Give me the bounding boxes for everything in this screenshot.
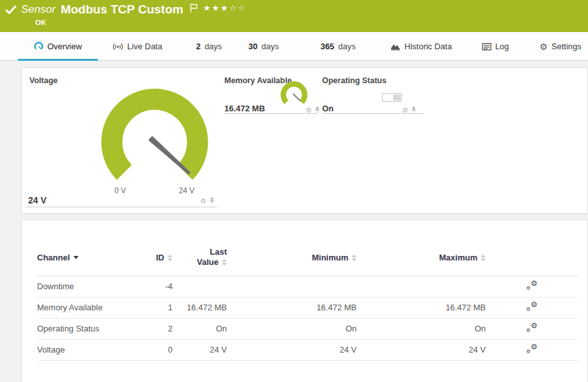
column-header-maximum[interactable]: Maximum xyxy=(357,239,486,276)
channel-id: -4 xyxy=(137,276,173,297)
header-label: Maximum xyxy=(439,253,477,262)
table-row: Downtime -4 ⚙⚙ xyxy=(37,276,578,297)
tab-log[interactable]: Log xyxy=(477,32,513,61)
channel-minimum: On xyxy=(227,318,357,339)
tab-label: Live Data xyxy=(127,42,162,51)
sort-icon xyxy=(222,259,227,266)
gauge-icon xyxy=(34,42,43,51)
gauge-needle xyxy=(293,94,300,101)
stars-filled: ★★★ xyxy=(203,3,229,13)
sensor-banner: Sensor Modbus TCP Custom ★★★☆☆ OK xyxy=(0,0,588,32)
channel-last-value: On xyxy=(173,318,227,339)
tab-settings[interactable]: ⚙ Settings xyxy=(538,32,584,61)
sensor-title: Modbus TCP Custom xyxy=(61,3,183,17)
column-header-last-value[interactable]: Last Value xyxy=(173,239,227,276)
priority-stars[interactable]: ★★★☆☆ xyxy=(203,3,247,13)
channel-settings-gears-icon[interactable]: ⚙⚙ xyxy=(526,302,538,312)
tab-overview[interactable]: Overview xyxy=(18,32,98,61)
voltage-channel-title: Voltage xyxy=(29,76,58,85)
tab-label: days xyxy=(205,42,222,51)
voltage-gauge-actions[interactable]: ⚙ xyxy=(200,197,215,205)
channel-minimum: 24 V xyxy=(227,339,357,360)
sensor-status-badge: OK xyxy=(35,19,46,26)
column-header-minimum[interactable]: Minimum xyxy=(227,239,357,276)
tab-label: Overview xyxy=(47,42,82,51)
channel-maximum xyxy=(357,276,486,297)
header-label: Value xyxy=(197,257,219,267)
memory-block-divider xyxy=(224,113,318,114)
tab-30-days[interactable]: 30 days xyxy=(244,32,284,61)
voltage-gauge xyxy=(97,87,212,183)
priority-flag-icon[interactable] xyxy=(190,3,198,13)
channel-maximum: 16.472 MB xyxy=(357,297,486,318)
gear-icon[interactable]: ⚙ xyxy=(200,198,206,205)
tab-label: Settings xyxy=(552,42,582,51)
channel-id: 1 xyxy=(137,297,173,318)
table-row: Operating Status 2 On On On ⚙⚙ xyxy=(37,318,578,339)
tab-live-data[interactable]: Live Data xyxy=(110,32,165,61)
tab-number: 30 xyxy=(249,42,258,51)
channel-minimum: 16.472 MB xyxy=(227,297,357,318)
header-label: Channel xyxy=(37,253,70,262)
channel-last-value xyxy=(173,276,227,297)
operating-current-value: On xyxy=(322,104,334,113)
stars-empty: ☆☆ xyxy=(229,3,247,13)
operating-channel-title: Operating Status xyxy=(322,76,387,85)
table-row: Memory Available 1 16.472 MB 16.472 MB 1… xyxy=(37,297,578,318)
tab-label: Historic Data xyxy=(405,42,452,51)
overview-gauges-panel: Voltage 0 V 24 V 24 V ⚙ Memory Available… xyxy=(21,67,588,214)
header-label: Minimum xyxy=(312,253,348,262)
channel-maximum: On xyxy=(357,318,486,339)
tab-historic-data[interactable]: Historic Data xyxy=(384,32,458,61)
tab-label: days xyxy=(261,42,279,51)
voltage-scale-max: 24 V xyxy=(179,186,195,195)
pin-icon[interactable] xyxy=(209,197,215,205)
memory-current-value: 16.472 MB xyxy=(224,104,265,113)
table-row: Voltage 0 24 V 24 V 24 V ⚙⚙ xyxy=(37,339,578,360)
gear-icon[interactable]: ⚙ xyxy=(402,107,408,114)
channel-name[interactable]: Downtime xyxy=(37,276,137,297)
channel-settings-gears-icon[interactable]: ⚙⚙ xyxy=(526,344,538,354)
operating-block-divider xyxy=(322,113,423,114)
channel-settings-gears-icon[interactable]: ⚙⚙ xyxy=(526,281,538,290)
tab-number: 365 xyxy=(320,42,334,51)
ok-check-icon xyxy=(5,5,17,15)
sort-icon xyxy=(481,255,486,261)
channel-name[interactable]: Memory Available xyxy=(37,297,137,318)
channel-last-value: 16.472 MB xyxy=(173,297,227,318)
sensor-type-label: Sensor xyxy=(21,3,56,16)
memory-gauge xyxy=(279,81,309,107)
log-list-icon xyxy=(482,43,491,51)
voltage-current-value: 24 V xyxy=(28,195,47,205)
column-header-id[interactable]: ID xyxy=(137,239,173,276)
channel-minimum xyxy=(227,276,357,297)
channel-name[interactable]: Voltage xyxy=(37,339,137,360)
tab-number: 2 xyxy=(196,42,201,51)
settings-gear-icon: ⚙ xyxy=(539,42,548,51)
channel-settings-gears-icon[interactable]: ⚙⚙ xyxy=(526,323,538,333)
channel-maximum: 24 V xyxy=(357,339,486,360)
tab-365-days[interactable]: 365 days xyxy=(315,32,361,61)
header-label: ID xyxy=(156,253,164,262)
tab-2-days[interactable]: 2 days xyxy=(191,32,227,61)
column-header-actions xyxy=(486,239,578,276)
header-label: Last xyxy=(210,247,227,257)
operating-status-switch xyxy=(382,93,402,102)
area-chart-icon xyxy=(391,42,401,51)
channels-table: Channel ID Last Value Minimum Maximum xyxy=(37,239,578,361)
channel-id: 2 xyxy=(137,318,173,339)
tab-bar: Overview Live Data 2 days 30 days 365 da… xyxy=(0,32,588,61)
channel-last-value: 24 V xyxy=(173,339,227,360)
voltage-scale-min: 0 V xyxy=(114,186,126,195)
gauge-needle xyxy=(150,137,189,173)
channel-id: 0 xyxy=(137,339,173,360)
tab-label: days xyxy=(338,42,355,51)
channels-table-panel: Channel ID Last Value Minimum Maximum xyxy=(21,219,588,382)
voltage-block-divider xyxy=(25,207,217,207)
sort-desc-icon xyxy=(74,256,79,259)
switch-knob xyxy=(393,95,401,100)
gear-icon[interactable]: ⚙ xyxy=(306,107,312,114)
column-header-channel[interactable]: Channel xyxy=(37,239,137,276)
channel-name[interactable]: Operating Status xyxy=(37,318,137,339)
tab-label: Log xyxy=(495,42,509,51)
